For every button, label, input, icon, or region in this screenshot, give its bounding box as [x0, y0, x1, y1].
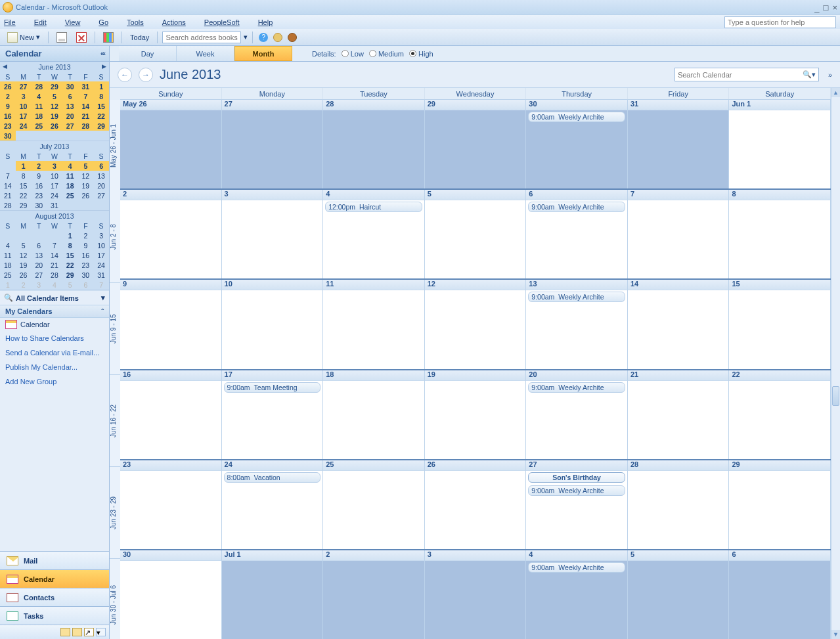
mini-day[interactable]: 17	[93, 250, 109, 260]
detail-low[interactable]: Low	[342, 50, 364, 58]
menu-peoplesoft[interactable]: PeopleSoft	[204, 18, 249, 26]
mini-day[interactable]: 24	[47, 190, 62, 200]
day-cell[interactable]: Jun 1	[729, 100, 831, 188]
search-icon[interactable]: 🔍▾	[803, 70, 816, 79]
mini-day[interactable]: 3	[16, 91, 32, 101]
mini-day[interactable]: 26	[0, 81, 16, 91]
week-label[interactable]: Jun 16 - 22	[110, 375, 120, 467]
mini-day[interactable]: 27	[31, 270, 47, 280]
mini-day[interactable]: 7	[0, 171, 16, 181]
day-cell[interactable]: 26	[425, 460, 527, 549]
next-button[interactable]: →	[139, 68, 153, 82]
week-label[interactable]: Jun 30 - Jul 6	[110, 559, 120, 639]
week-label[interactable]: Jun 2 - 8	[110, 191, 120, 283]
tab-day[interactable]: Day	[119, 46, 177, 61]
mini-day[interactable]: 9	[78, 240, 94, 250]
help-icon[interactable]: ?	[259, 33, 268, 42]
mini-day[interactable]	[62, 200, 78, 210]
event[interactable]: 9:00amWeekly Archite	[528, 292, 625, 302]
search-calendar-input[interactable]	[678, 71, 789, 79]
mini-day[interactable]: 25	[0, 270, 16, 280]
event[interactable]: 9:00amWeekly Archite	[528, 202, 625, 212]
link-publish-cal[interactable]: Publish My Calendar...	[0, 360, 109, 374]
day-cell[interactable]: 209:00amWeekly Archite	[526, 370, 628, 459]
detail-medium[interactable]: Medium	[369, 50, 404, 58]
mini-day[interactable]: 1	[93, 81, 109, 91]
mini-day[interactable]: 30	[31, 200, 47, 210]
delete-button[interactable]	[73, 30, 90, 45]
event[interactable]: 9:00amWeekly Archite	[528, 562, 625, 573]
mini-day[interactable]: 16	[78, 250, 94, 260]
mini-day[interactable]: 25	[31, 121, 47, 131]
day-cell[interactable]: 6	[729, 550, 831, 639]
menu-view[interactable]: View	[65, 18, 90, 26]
mini-day[interactable]: 8	[16, 171, 32, 181]
day-cell[interactable]: 3	[222, 190, 324, 278]
mini-day[interactable]: 31	[93, 270, 109, 280]
navpane-tasks[interactable]: Tasks	[0, 606, 109, 625]
day-cell[interactable]: 2	[120, 190, 222, 278]
all-calendar-items[interactable]: 🔍All Calendar Items▾	[0, 290, 109, 305]
day-cell[interactable]: 309:00amWeekly Archite	[526, 100, 628, 188]
menu-tools[interactable]: Tools	[127, 18, 153, 26]
mini-day[interactable]: 27	[93, 190, 109, 200]
scroll-up-icon[interactable]: ▲	[831, 88, 840, 97]
mini-day[interactable]: 6	[93, 161, 109, 171]
day-cell[interactable]: 31	[628, 100, 730, 188]
mini-day[interactable]	[93, 200, 109, 210]
event-allday[interactable]: Son's Birthday	[528, 472, 625, 483]
tab-month[interactable]: Month	[234, 46, 292, 61]
day-cell[interactable]: 19	[425, 370, 527, 459]
minimize-button[interactable]: _	[814, 3, 819, 12]
mini-day[interactable]: 4	[47, 280, 62, 290]
week-label[interactable]: Jun 9 - 15	[110, 283, 120, 375]
navpane-mail[interactable]: Mail	[0, 551, 109, 569]
mini-day[interactable]: 29	[62, 270, 78, 280]
link-share-cal[interactable]: How to Share Calendars	[0, 331, 109, 345]
scroll-thumb[interactable]	[832, 386, 839, 406]
mini-day[interactable]: 30	[0, 131, 16, 141]
mini-day[interactable]: 19	[47, 111, 62, 121]
menu-help[interactable]: Help	[258, 18, 282, 26]
mini-day[interactable]: 26	[16, 270, 32, 280]
mini-day[interactable]	[16, 231, 32, 240]
event[interactable]: 9:00amWeekly Archite	[528, 485, 625, 496]
mini-day[interactable]: 11	[62, 171, 78, 181]
mini-day[interactable]	[31, 131, 47, 141]
day-cell[interactable]: 18	[323, 370, 425, 459]
mini-day[interactable]: 30	[78, 270, 94, 280]
day-cell[interactable]: 21	[628, 370, 730, 459]
mini-day[interactable]: 12	[47, 101, 62, 111]
mini-day[interactable]: 21	[78, 111, 94, 121]
mini-day[interactable]: 4	[0, 240, 16, 250]
mini-day[interactable]: 5	[62, 280, 78, 290]
day-cell[interactable]: 27	[222, 100, 324, 188]
mini-day[interactable]: 4	[62, 161, 78, 171]
mini-day[interactable]: 22	[93, 111, 109, 121]
mini-day[interactable]: 31	[78, 81, 94, 91]
mini-day[interactable]: 9	[31, 171, 47, 181]
event[interactable]: 9:00amWeekly Archite	[528, 382, 625, 393]
mini-day[interactable]: 15	[62, 250, 78, 260]
tab-week[interactable]: Week	[177, 46, 234, 61]
event[interactable]: 12:00pmHaircut	[325, 202, 422, 212]
day-cell[interactable]: 11	[323, 280, 425, 368]
day-cell[interactable]: 5	[628, 550, 730, 639]
mini-day[interactable]: 16	[31, 181, 47, 190]
day-cell[interactable]: 27Son's Birthday9:00amWeekly Archite	[526, 460, 628, 549]
mini-day[interactable]: 28	[78, 121, 94, 131]
day-cell[interactable]: May 26	[120, 100, 222, 188]
mini-day[interactable]: 12	[78, 171, 94, 181]
link-send-cal[interactable]: Send a Calendar via E-mail...	[0, 345, 109, 360]
mini-next-icon[interactable]: ▶	[102, 63, 106, 70]
mini-day[interactable]	[31, 231, 47, 240]
day-cell[interactable]: 14	[628, 280, 730, 368]
mini-day[interactable]: 2	[0, 91, 16, 101]
mini-day[interactable]: 26	[78, 190, 94, 200]
mini-day[interactable]	[47, 231, 62, 240]
day-cell[interactable]: 9	[120, 280, 222, 368]
mini-day[interactable]: 11	[0, 250, 16, 260]
new-button[interactable]: New ▾	[4, 30, 43, 45]
event[interactable]: 9:00amTeam Meeting	[224, 382, 321, 393]
mini-day[interactable]: 23	[0, 121, 16, 131]
